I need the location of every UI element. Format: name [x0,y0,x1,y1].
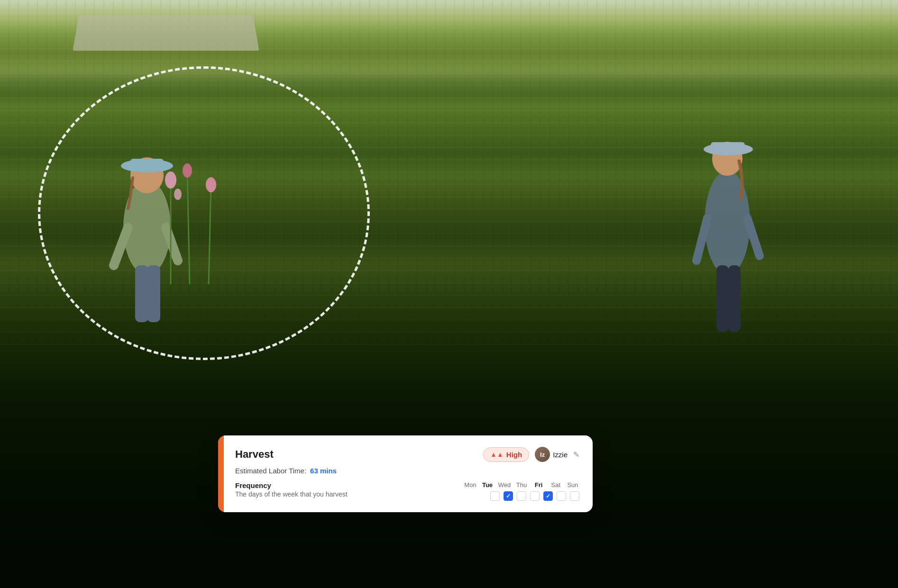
assignee-name: Izzie [553,451,568,459]
svg-rect-3 [130,159,164,172]
day-label-sun: Sun [566,481,579,488]
day-label-sat: Sat [549,481,562,488]
svg-line-4 [114,227,128,265]
worker-right [689,114,765,341]
checkbox-wed[interactable] [517,491,526,501]
priority-badge[interactable]: ▲▲ High [483,447,529,462]
svg-rect-14 [716,265,729,332]
assignee: Iz Izzie [535,447,568,462]
card-content: Harvest ▲▲ High Iz Izzie ✎ Estimated Lab… [224,435,593,512]
day-label-fri: Fri [532,481,545,488]
card-header: Harvest ▲▲ High Iz Izzie ✎ [235,447,579,462]
avatar: Iz [535,447,550,462]
svg-rect-6 [135,265,148,322]
checkbox-tue[interactable] [504,491,513,501]
task-title: Harvest [235,448,274,461]
day-label-thu: Thu [515,481,528,488]
frequency-row: Frequency The days of the week that you … [235,481,579,501]
svg-rect-7 [147,265,160,322]
road [73,15,259,51]
day-label-tue: Tue [481,481,494,488]
frequency-label: Frequency [235,481,464,489]
days-labels: Mon Tue Wed Thu Fri Sat Sun [464,481,579,488]
svg-rect-15 [728,265,741,332]
checkbox-thu[interactable] [530,491,540,501]
checkbox-sun[interactable] [570,491,579,501]
labor-label: Estimated Labor Time: [235,467,306,475]
frequency-text: Frequency The days of the week that you … [235,481,464,498]
labor-value: 63 mins [310,467,337,475]
worker-left [104,133,190,332]
task-card: Harvest ▲▲ High Iz Izzie ✎ Estimated Lab… [218,435,593,512]
labor-row: Estimated Labor Time: 63 mins [235,467,579,475]
checkbox-fri[interactable] [543,491,553,501]
priority-icon: ▲▲ [490,451,504,458]
svg-rect-11 [711,142,745,154]
day-label-mon: Mon [464,481,477,488]
frequency-desc: The days of the week that you harvest [235,490,464,498]
edit-icon[interactable]: ✎ [573,450,579,459]
days-selector: Mon Tue Wed Thu Fri Sat Sun [464,481,579,501]
card-actions: ▲▲ High Iz Izzie ✎ [483,447,579,462]
days-checkboxes [490,491,579,501]
svg-line-5 [166,227,178,261]
checkbox-mon[interactable] [490,491,500,501]
card-accent-bar [218,435,224,512]
svg-line-12 [696,218,707,261]
priority-label: High [506,451,522,459]
day-label-wed: Wed [498,481,511,488]
svg-line-13 [747,218,760,256]
checkbox-sat[interactable] [557,491,566,501]
